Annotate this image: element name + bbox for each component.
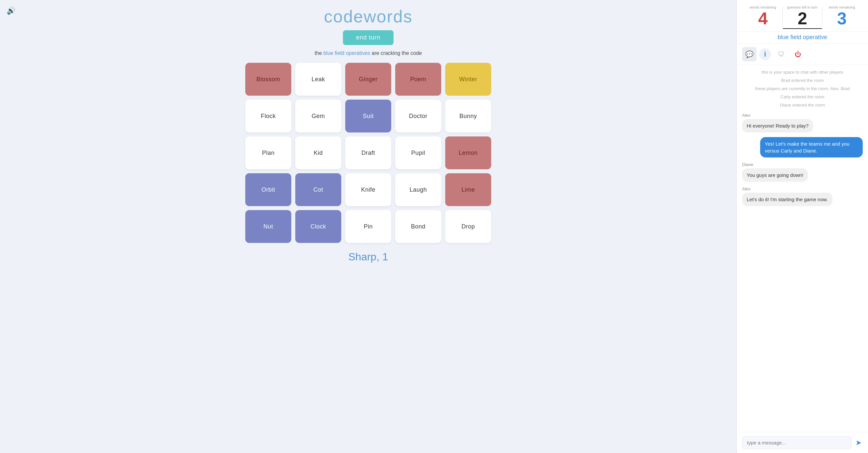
chat-message-block: AlexLet's do it! I'm starting the game n… bbox=[742, 186, 863, 206]
chat-system-message: these players are currently in the room:… bbox=[742, 86, 863, 92]
chat-system-message: this is your space to chat with other pl… bbox=[742, 69, 863, 75]
card-gem[interactable]: Gem bbox=[295, 100, 341, 132]
chat-bubble: You guys are going down! bbox=[742, 168, 808, 182]
guesses-count: 2 bbox=[783, 10, 822, 29]
card-pin[interactable]: Pin bbox=[345, 210, 391, 243]
turn-suffix: are cracking the code bbox=[370, 50, 422, 56]
card-lime[interactable]: Lime bbox=[445, 173, 491, 206]
chat-tab-button[interactable]: 💬 bbox=[742, 47, 756, 62]
card-bunny[interactable]: Bunny bbox=[445, 100, 491, 132]
turn-description: the blue field operatives are cracking t… bbox=[315, 50, 422, 56]
card-kid[interactable]: Kid bbox=[295, 136, 341, 169]
stats-bar: words remaining 4 guesses left in turn 2… bbox=[737, 0, 868, 32]
red-words-count: 4 bbox=[743, 10, 782, 27]
card-nut[interactable]: Nut bbox=[245, 210, 291, 243]
turn-role-block: blue field operative bbox=[737, 32, 868, 44]
card-drop[interactable]: Drop bbox=[445, 210, 491, 243]
chat-system-message: Brad entered the room bbox=[742, 77, 863, 84]
chat-message-block: DianeYou guys are going down! bbox=[742, 162, 863, 182]
card-grid: BlossomLeakGingerPoemWinterFlockGemSuitD… bbox=[245, 63, 491, 243]
comment-button[interactable]: 🗨 bbox=[774, 47, 788, 62]
chat-bubble: Hi everyone! Ready to play? bbox=[742, 119, 813, 132]
card-leak[interactable]: Leak bbox=[295, 63, 341, 96]
card-poem[interactable]: Poem bbox=[395, 63, 441, 96]
card-suit[interactable]: Suit bbox=[345, 100, 391, 132]
card-ginger[interactable]: Ginger bbox=[345, 63, 391, 96]
card-doctor[interactable]: Doctor bbox=[395, 100, 441, 132]
chat-input[interactable] bbox=[742, 436, 851, 449]
chat-sender: Diane bbox=[742, 162, 863, 167]
turn-role-label: blue field operative bbox=[737, 34, 868, 41]
sidebar: words remaining 4 guesses left in turn 2… bbox=[737, 0, 868, 453]
chat-sender: Alex bbox=[742, 113, 863, 118]
chat-input-area: ➤ bbox=[737, 432, 868, 453]
end-turn-button[interactable]: end turn bbox=[343, 30, 394, 45]
red-words-block: words remaining 4 bbox=[743, 5, 782, 27]
card-draft[interactable]: Draft bbox=[345, 136, 391, 169]
card-laugh[interactable]: Laugh bbox=[395, 173, 441, 206]
send-button[interactable]: ➤ bbox=[854, 437, 863, 448]
game-area: 🔊 codewords end turn the blue field oper… bbox=[0, 0, 737, 453]
card-blossom[interactable]: Blossom bbox=[245, 63, 291, 96]
info-button[interactable]: i bbox=[759, 48, 771, 60]
chat-system-message: Carly entered the room bbox=[742, 94, 863, 100]
game-title: codewords bbox=[324, 7, 412, 26]
card-flock[interactable]: Flock bbox=[245, 100, 291, 132]
card-lemon[interactable]: Lemon bbox=[445, 136, 491, 169]
card-winter[interactable]: Winter bbox=[445, 63, 491, 96]
chat-system-message: Diane entered the room bbox=[742, 102, 863, 108]
sound-icon[interactable]: 🔊 bbox=[7, 7, 16, 15]
turn-prefix: the bbox=[315, 50, 323, 56]
chat-message-block: Yes! Let's make the teams me and you ver… bbox=[742, 137, 863, 158]
power-button[interactable]: ⏻ bbox=[791, 47, 805, 62]
card-plan[interactable]: Plan bbox=[245, 136, 291, 169]
turn-team: blue field operatives bbox=[323, 50, 370, 56]
card-clock[interactable]: Clock bbox=[295, 210, 341, 243]
blue-words-block: words remaining 3 bbox=[822, 5, 861, 27]
chat-bubble: Let's do it! I'm starting the game now. bbox=[742, 193, 833, 206]
card-pupil[interactable]: Pupil bbox=[395, 136, 441, 169]
clue-display: Sharp, 1 bbox=[348, 251, 388, 263]
chat-area: this is your space to chat with other pl… bbox=[737, 65, 868, 432]
card-orbit[interactable]: Orbit bbox=[245, 173, 291, 206]
chat-bubble: Yes! Let's make the teams me and you ver… bbox=[760, 137, 863, 158]
blue-words-count: 3 bbox=[822, 10, 861, 27]
chat-sender: Alex bbox=[742, 186, 863, 191]
sidebar-icon-bar: 💬 i 🗨 ⏻ bbox=[737, 44, 868, 65]
chat-message-block: AlexHi everyone! Ready to play? bbox=[742, 113, 863, 132]
card-bond[interactable]: Bond bbox=[395, 210, 441, 243]
card-knife[interactable]: Knife bbox=[345, 173, 391, 206]
card-cot[interactable]: Cot bbox=[295, 173, 341, 206]
guesses-block: guesses left in turn 2 bbox=[783, 5, 822, 29]
